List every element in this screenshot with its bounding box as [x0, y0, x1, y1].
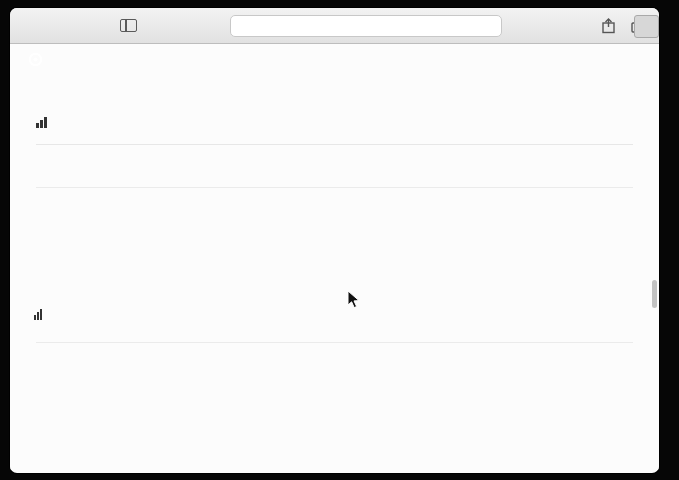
new-tab-button[interactable]	[634, 15, 659, 38]
page-head	[36, 117, 633, 145]
scrollbar-thumb[interactable]	[652, 280, 657, 308]
linktrackr-logo-icon	[28, 52, 43, 67]
browser-window	[10, 8, 659, 473]
window-controls	[22, 20, 74, 32]
address-bar[interactable]	[230, 15, 502, 37]
mouse-cursor	[347, 290, 360, 309]
share-icon[interactable]	[601, 18, 616, 34]
screenshot-frame	[0, 0, 679, 480]
close-window-button[interactable]	[22, 20, 34, 32]
bar-chart-icon	[36, 117, 47, 128]
chart-svg	[36, 192, 633, 342]
browser-toolbar	[10, 8, 659, 44]
chart-axis-icon	[34, 309, 42, 320]
page-content	[10, 99, 659, 470]
app-header	[10, 44, 659, 74]
sidebar-toggle-icon[interactable]	[120, 19, 137, 32]
zoom-window-button[interactable]	[62, 20, 74, 32]
main-nav	[10, 74, 659, 99]
minimize-window-button[interactable]	[42, 20, 54, 32]
visits-chart	[36, 187, 633, 343]
